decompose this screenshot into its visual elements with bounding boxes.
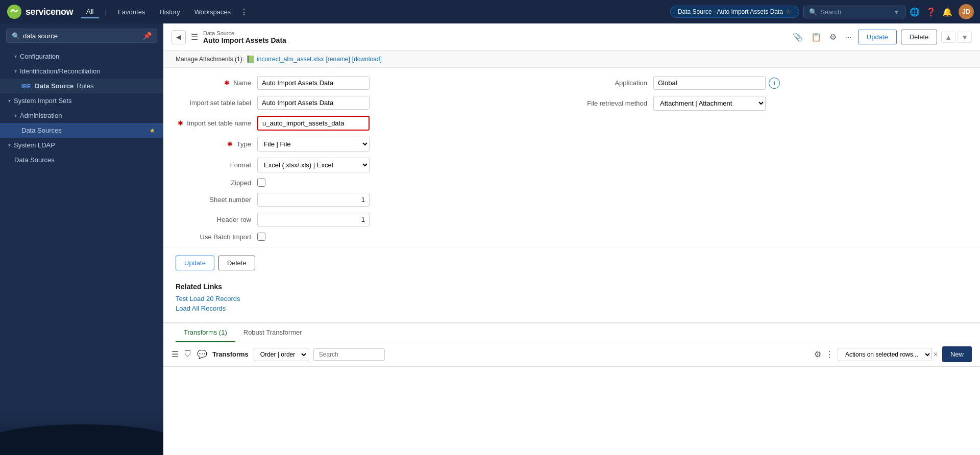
- type-select[interactable]: File | File: [257, 137, 370, 151]
- copy-icon[interactable]: 📋: [809, 30, 823, 44]
- order-select[interactable]: Order | order: [254, 348, 308, 361]
- more-options-icon[interactable]: ···: [843, 31, 853, 44]
- sidebar-item-ire-rules[interactable]: IRE Data Source Rules: [0, 79, 163, 93]
- hamburger-toolbar-icon[interactable]: ☰: [172, 349, 179, 359]
- tab-transforms[interactable]: Transforms (1): [176, 323, 235, 342]
- file-retrieval-select[interactable]: Attachment | Attachment: [653, 96, 766, 111]
- favorite-star-icon[interactable]: ★: [150, 127, 155, 134]
- logo[interactable]: servicenow: [6, 4, 73, 20]
- update-button[interactable]: Update: [858, 30, 897, 44]
- back-button[interactable]: ◀: [172, 30, 186, 44]
- import-set-table-name-input[interactable]: [257, 116, 370, 131]
- attachments-bar: Manage Attachments (1): 📗 incorrect_alm_…: [163, 51, 980, 68]
- record-title-block: Data Source Auto Import Assets Data: [203, 30, 786, 44]
- message-icon[interactable]: 💬: [197, 349, 207, 359]
- form-grid: ✱ Name Import set table label ✱: [163, 68, 980, 247]
- nav-workspaces[interactable]: Workspaces: [189, 6, 236, 18]
- rename-link[interactable]: [rename]: [326, 56, 350, 63]
- update-bottom-button[interactable]: Update: [176, 256, 214, 270]
- tab-robust-transformer[interactable]: Robust Transformer: [235, 323, 310, 342]
- tabs-section: Transforms (1) Robust Transformer ☰ ⛉ 💬 …: [163, 322, 980, 367]
- batch-import-checkbox[interactable]: [257, 233, 265, 241]
- prev-record-button[interactable]: ▲: [941, 32, 955, 43]
- table-toolbar: ☰ ⛉ 💬 Transforms Order | order ⚙ ⋮ Actio…: [163, 342, 980, 367]
- sidebar-section: ▾ Configuration ▾ Identification/Reconci…: [0, 48, 163, 168]
- globe-icon[interactable]: 🌐: [910, 7, 920, 17]
- info-button[interactable]: i: [769, 78, 780, 89]
- actions-clear-icon[interactable]: ✕: [933, 351, 938, 358]
- attachment-icon[interactable]: 📎: [791, 30, 805, 44]
- required-star: ✱: [178, 119, 183, 127]
- nav-all[interactable]: All: [81, 6, 99, 18]
- actions-more-icon[interactable]: ⋮: [825, 349, 834, 359]
- settings-icon[interactable]: ⚙: [827, 30, 839, 44]
- sidebar-item-data-sources-admin[interactable]: Data Sources ★: [0, 123, 163, 138]
- format-select[interactable]: Excel (.xlsx/.xls) | Excel: [257, 158, 370, 172]
- bottom-buttons: Update Delete: [163, 247, 980, 279]
- sidebar-item-id-reconciliation[interactable]: ▾ Identification/Reconciliation: [0, 64, 163, 79]
- nav-history[interactable]: History: [154, 6, 185, 18]
- required-star: ✱: [227, 140, 233, 148]
- form-area: Manage Attachments (1): 📗 incorrect_alm_…: [163, 51, 980, 455]
- svg-point-0: [7, 5, 21, 19]
- attachment-filename[interactable]: incorrect_alm_asset.xlsx: [257, 56, 324, 63]
- record-name: Auto Import Assets Data: [203, 36, 786, 44]
- nav-more[interactable]: ⋮: [240, 7, 248, 17]
- delete-button[interactable]: Delete: [901, 30, 938, 44]
- application-input[interactable]: [653, 76, 766, 90]
- nav-favorites[interactable]: Favorites: [113, 6, 150, 18]
- sidebar-search[interactable]: 🔍 📌: [6, 29, 157, 43]
- import-set-table-label: Import set table label: [176, 99, 257, 107]
- nav-arrows: ▲ ▼: [941, 32, 972, 43]
- load-all-link[interactable]: Load All Records: [176, 305, 968, 312]
- type-field-row: ✱ Type File | File: [176, 137, 572, 151]
- sidebar-label: Identification/Reconciliation: [20, 67, 101, 75]
- sidebar-search-input[interactable]: [23, 32, 140, 40]
- top-navigation: servicenow All | Favorites History Works…: [0, 0, 980, 23]
- import-set-table-label-input[interactable]: [257, 96, 370, 110]
- gear-icon[interactable]: ⚙: [814, 349, 821, 359]
- sidebar-item-system-import-sets[interactable]: ▾ System Import Sets: [0, 93, 163, 108]
- star-icon[interactable]: ☆: [786, 8, 792, 15]
- sidebar-label: System LDAP: [14, 141, 55, 149]
- name-input[interactable]: [257, 76, 370, 90]
- next-record-button[interactable]: ▼: [958, 32, 972, 43]
- help-icon[interactable]: ❓: [926, 7, 936, 17]
- sidebar-item-data-sources-ldap[interactable]: Data Sources: [0, 153, 163, 167]
- type-label: ✱ Type: [176, 140, 257, 148]
- sidebar-label: System Import Sets: [14, 97, 71, 105]
- table-search-input[interactable]: [313, 348, 385, 361]
- sidebar-item-configuration[interactable]: ▾ Configuration: [0, 49, 163, 64]
- delete-bottom-button[interactable]: Delete: [218, 256, 255, 270]
- expand-arrow-icon: ▾: [14, 68, 17, 74]
- search-input[interactable]: [820, 8, 892, 16]
- sidebar-item-system-ldap[interactable]: ▾ System LDAP: [0, 138, 163, 153]
- file-retrieval-label: File retrieval method: [572, 99, 653, 107]
- sheet-number-row: Sheet number: [176, 193, 572, 207]
- hamburger-menu-icon[interactable]: ☰: [191, 32, 198, 42]
- ire-badge: IRE: [21, 83, 31, 89]
- search-dropdown-icon[interactable]: ▾: [895, 8, 898, 16]
- filter-icon[interactable]: ⛉: [184, 350, 192, 359]
- sheet-number-input[interactable]: [257, 193, 370, 207]
- main-layout: 🔍 📌 ▾ Configuration ▾ Identification/Rec…: [0, 23, 980, 455]
- breadcrumb-pill[interactable]: Data Source - Auto Import Assets Data ☆: [670, 6, 799, 18]
- global-search[interactable]: 🔍 ▾: [803, 6, 905, 18]
- sidebar: 🔍 📌 ▾ Configuration ▾ Identification/Rec…: [0, 23, 163, 455]
- application-label: Application: [572, 79, 653, 87]
- actions-select[interactable]: Actions on selected rows...: [838, 348, 932, 361]
- zipped-checkbox[interactable]: [257, 179, 265, 187]
- bell-icon[interactable]: 🔔: [942, 7, 952, 17]
- download-link[interactable]: [download]: [352, 56, 382, 63]
- batch-import-label: Use Batch Import: [176, 233, 257, 241]
- test-load-link[interactable]: Test Load 20 Records: [176, 295, 968, 302]
- avatar[interactable]: JD: [959, 4, 974, 19]
- content-area: ◀ ☰ Data Source Auto Import Assets Data …: [163, 23, 980, 455]
- new-button[interactable]: New: [942, 346, 972, 362]
- excel-icon: 📗: [246, 55, 255, 63]
- batch-import-row: Use Batch Import: [176, 233, 572, 241]
- header-row-input[interactable]: [257, 213, 370, 226]
- sidebar-pin-icon[interactable]: 📌: [143, 32, 152, 40]
- logo-text: servicenow: [26, 7, 73, 17]
- sidebar-item-administration[interactable]: ▾ Administration: [0, 108, 163, 123]
